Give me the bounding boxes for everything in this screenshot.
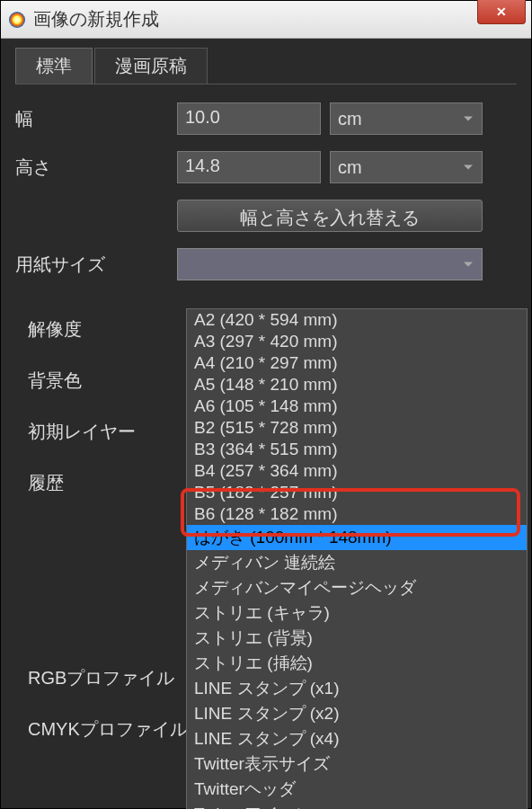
dropdown-item[interactable]: メディバン 連続絵: [187, 550, 527, 575]
paper-size-label: 用紙サイズ: [15, 253, 168, 277]
dropdown-item[interactable]: ストリエ (キャラ): [187, 600, 527, 626]
paper-size-row: 用紙サイズ: [15, 248, 517, 280]
width-input[interactable]: 10.0: [177, 102, 321, 135]
swap-row: 幅と高さを入れ替える: [15, 200, 517, 232]
rgb-profile-label: RGBプロファイル: [28, 666, 188, 690]
svg-point-0: [9, 12, 25, 28]
width-unit-select[interactable]: cm: [330, 102, 483, 135]
dropdown-item[interactable]: ストリエ (挿絵): [187, 651, 527, 676]
dropdown-item[interactable]: A3 (297 * 420 mm): [187, 331, 527, 352]
height-input[interactable]: 14.8: [177, 151, 321, 183]
dropdown-item[interactable]: A6 (105 * 148 mm): [187, 396, 527, 417]
history-label: 履歴: [28, 471, 188, 495]
dropdown-item[interactable]: B6 (128 * 182 mm): [187, 503, 527, 525]
width-unit-value: cm: [338, 109, 362, 129]
tab-bar: 標準 漫画原稿: [15, 48, 517, 84]
window-title: 画像の新規作成: [33, 7, 159, 31]
dropdown-item[interactable]: B2 (515 * 728 mm): [187, 417, 527, 439]
dropdown-item[interactable]: B4 (257 * 364 mm): [187, 460, 527, 482]
paper-size-dropdown[interactable]: A2 (420 * 594 mm)A3 (297 * 420 mm)A4 (21…: [186, 308, 528, 809]
cmyk-profile-label: CMYKプロファイル: [28, 717, 188, 742]
width-label: 幅: [15, 107, 168, 131]
close-icon: ✕: [496, 4, 507, 19]
content-area: 標準 漫画原稿 幅 10.0 cm 高さ 14.8 cm 幅と高さを入れ替える …: [1, 39, 531, 808]
dropdown-item[interactable]: Twitter表示サイズ: [187, 751, 527, 777]
window-frame: 画像の新規作成 ✕ 標準 漫画原稿 幅 10.0 cm 高さ 14.8 cm: [0, 0, 532, 809]
tab-standard[interactable]: 標準: [15, 48, 93, 84]
dropdown-item[interactable]: はがき (100mm * 148mm): [187, 525, 527, 550]
chevron-down-icon: [464, 117, 473, 121]
dropdown-item[interactable]: A2 (420 * 594 mm): [187, 309, 527, 331]
height-row: 高さ 14.8 cm: [15, 151, 517, 183]
dropdown-item[interactable]: メディバンマイページヘッダ: [187, 575, 527, 600]
tab-manga[interactable]: 漫画原稿: [94, 48, 208, 84]
dropdown-item[interactable]: LINE スタンプ (x4): [187, 726, 527, 751]
dropdown-item[interactable]: LINE スタンプ (x2): [187, 701, 527, 726]
side-labels: 解像度 背景色 初期レイヤー 履歴 RGBプロファイル CMYKプロファイル: [28, 317, 188, 769]
dropdown-item[interactable]: A4 (210 * 297 mm): [187, 352, 527, 374]
chevron-down-icon: [464, 165, 473, 170]
height-unit-select[interactable]: cm: [330, 151, 483, 183]
dropdown-item[interactable]: A5 (148 * 210 mm): [187, 374, 527, 396]
titlebar: 画像の新規作成 ✕: [1, 1, 531, 39]
paper-size-select[interactable]: [177, 248, 483, 280]
height-label: 高さ: [15, 156, 168, 180]
dropdown-item[interactable]: B5 (182 * 257 mm): [187, 482, 527, 503]
dropdown-item[interactable]: B3 (364 * 515 mm): [187, 439, 527, 460]
chevron-down-icon: [464, 262, 473, 267]
close-button[interactable]: ✕: [477, 0, 526, 24]
dropdown-item[interactable]: ストリエ (背景): [187, 626, 527, 651]
swap-button[interactable]: 幅と高さを入れ替える: [177, 200, 483, 232]
app-icon: [8, 11, 26, 29]
height-unit-value: cm: [338, 157, 362, 178]
dropdown-item[interactable]: LINE スタンプ (x1): [187, 676, 527, 701]
resolution-label: 解像度: [28, 317, 188, 342]
dropdown-item[interactable]: Twitterアイコン: [187, 802, 527, 809]
bg-color-label: 背景色: [28, 369, 188, 393]
initial-layer-label: 初期レイヤー: [28, 420, 188, 444]
dropdown-item[interactable]: Twitterヘッダ: [187, 777, 527, 802]
width-row: 幅 10.0 cm: [15, 102, 517, 135]
